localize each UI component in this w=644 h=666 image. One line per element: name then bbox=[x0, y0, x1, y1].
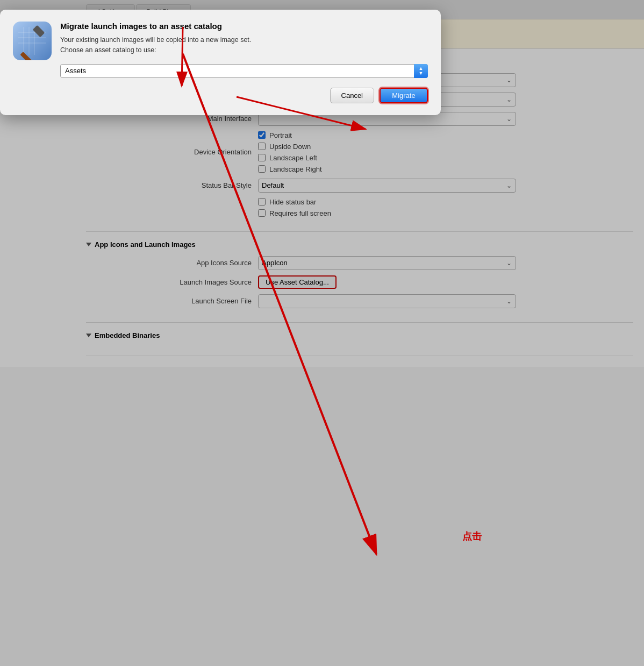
svg-rect-0 bbox=[13, 22, 52, 60]
xcode-hammer-icon bbox=[13, 22, 52, 60]
catalog-select-arrow: ▲ ▼ bbox=[414, 64, 428, 78]
dialog-buttons: Cancel Migrate bbox=[60, 88, 428, 103]
catalog-select[interactable]: Assets bbox=[60, 64, 428, 78]
dianji-annotation: 点击 bbox=[462, 530, 482, 543]
dialog-desc-line2: Choose an asset catalog to use: bbox=[60, 46, 156, 54]
dialog-title: Migrate launch images to an asset catalo… bbox=[60, 22, 428, 31]
dialog-body: Migrate launch images to an asset catalo… bbox=[60, 22, 428, 103]
catalog-select-row: Assets ▲ ▼ bbox=[60, 64, 428, 78]
migrate-dialog: Migrate launch images to an asset catalo… bbox=[0, 10, 441, 115]
migrate-button[interactable]: Migrate bbox=[380, 88, 428, 103]
dialog-desc-line1: Your existing launch images will be copi… bbox=[60, 36, 251, 44]
dialog-description: Your existing launch images will be copi… bbox=[60, 35, 428, 55]
catalog-select-wrapper: Assets ▲ ▼ bbox=[60, 64, 428, 78]
cancel-button[interactable]: Cancel bbox=[330, 88, 374, 103]
dialog-icon-area bbox=[13, 22, 52, 103]
